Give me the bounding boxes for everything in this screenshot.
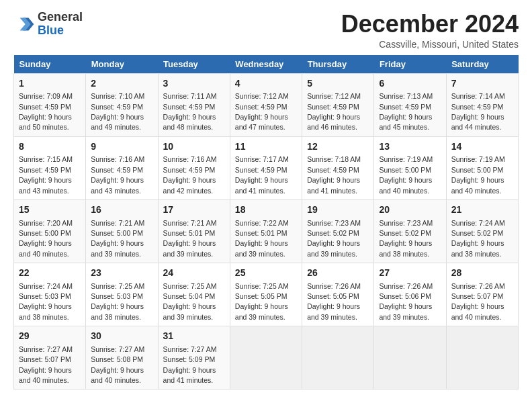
calendar-cell: 3Sunrise: 7:11 AMSunset: 4:59 PMDaylight… bbox=[158, 73, 230, 136]
calendar-cell bbox=[230, 326, 302, 390]
calendar-title: December 2024 bbox=[341, 11, 519, 38]
day-number: 19 bbox=[307, 203, 369, 217]
day-detail: Sunrise: 7:09 AMSunset: 4:59 PMDaylight:… bbox=[19, 92, 73, 131]
calendar-week-3: 15Sunrise: 7:20 AMSunset: 5:00 PMDayligh… bbox=[14, 199, 519, 263]
day-number: 9 bbox=[91, 140, 152, 154]
day-detail: Sunrise: 7:12 AMSunset: 4:59 PMDaylight:… bbox=[235, 92, 289, 131]
day-number: 4 bbox=[235, 77, 297, 91]
day-detail: Sunrise: 7:25 AMSunset: 5:05 PMDaylight:… bbox=[235, 282, 289, 321]
calendar-cell: 5Sunrise: 7:12 AMSunset: 4:59 PMDaylight… bbox=[302, 73, 374, 136]
calendar-cell: 4Sunrise: 7:12 AMSunset: 4:59 PMDaylight… bbox=[230, 73, 302, 136]
calendar-cell: 24Sunrise: 7:25 AMSunset: 5:04 PMDayligh… bbox=[158, 263, 230, 326]
day-detail: Sunrise: 7:26 AMSunset: 5:05 PMDaylight:… bbox=[307, 282, 361, 321]
day-detail: Sunrise: 7:10 AMSunset: 4:59 PMDaylight:… bbox=[91, 92, 144, 131]
calendar-cell: 31Sunrise: 7:27 AMSunset: 5:09 PMDayligh… bbox=[158, 326, 230, 390]
day-number: 29 bbox=[19, 330, 81, 343]
day-number: 27 bbox=[379, 267, 441, 280]
day-detail: Sunrise: 7:12 AMSunset: 4:59 PMDaylight:… bbox=[307, 92, 361, 131]
day-detail: Sunrise: 7:19 AMSunset: 5:00 PMDaylight:… bbox=[451, 155, 505, 194]
day-detail: Sunrise: 7:27 AMSunset: 5:09 PMDaylight:… bbox=[163, 345, 217, 384]
day-detail: Sunrise: 7:11 AMSunset: 4:59 PMDaylight:… bbox=[163, 92, 217, 131]
day-number: 22 bbox=[19, 267, 81, 280]
header-cell-thursday: Thursday bbox=[302, 55, 374, 74]
day-detail: Sunrise: 7:24 AMSunset: 5:02 PMDaylight:… bbox=[451, 219, 505, 258]
logo-icon bbox=[13, 13, 35, 35]
day-number: 14 bbox=[451, 140, 513, 154]
calendar-cell: 16Sunrise: 7:21 AMSunset: 5:00 PMDayligh… bbox=[86, 199, 158, 263]
calendar-cell bbox=[374, 326, 446, 390]
calendar-cell: 19Sunrise: 7:23 AMSunset: 5:02 PMDayligh… bbox=[302, 199, 374, 263]
calendar-cell: 21Sunrise: 7:24 AMSunset: 5:02 PMDayligh… bbox=[446, 199, 518, 263]
day-detail: Sunrise: 7:25 AMSunset: 5:04 PMDaylight:… bbox=[163, 282, 217, 321]
calendar-cell bbox=[446, 326, 518, 390]
day-detail: Sunrise: 7:23 AMSunset: 5:02 PMDaylight:… bbox=[379, 219, 433, 258]
day-number: 3 bbox=[163, 77, 225, 91]
day-number: 12 bbox=[307, 140, 369, 154]
day-detail: Sunrise: 7:25 AMSunset: 5:03 PMDaylight:… bbox=[91, 282, 144, 321]
day-number: 15 bbox=[19, 203, 81, 217]
day-detail: Sunrise: 7:20 AMSunset: 5:00 PMDaylight:… bbox=[19, 219, 73, 258]
calendar-cell: 28Sunrise: 7:26 AMSunset: 5:07 PMDayligh… bbox=[446, 263, 518, 326]
calendar-cell: 10Sunrise: 7:16 AMSunset: 4:59 PMDayligh… bbox=[158, 136, 230, 199]
calendar-cell: 26Sunrise: 7:26 AMSunset: 5:05 PMDayligh… bbox=[302, 263, 374, 326]
header-cell-saturday: Saturday bbox=[446, 55, 518, 74]
day-number: 20 bbox=[379, 203, 441, 217]
calendar-cell: 20Sunrise: 7:23 AMSunset: 5:02 PMDayligh… bbox=[374, 199, 446, 263]
day-number: 24 bbox=[163, 267, 225, 280]
day-detail: Sunrise: 7:16 AMSunset: 4:59 PMDaylight:… bbox=[163, 155, 217, 194]
calendar-cell: 27Sunrise: 7:26 AMSunset: 5:06 PMDayligh… bbox=[374, 263, 446, 326]
day-detail: Sunrise: 7:23 AMSunset: 5:02 PMDaylight:… bbox=[307, 219, 361, 258]
day-detail: Sunrise: 7:26 AMSunset: 5:06 PMDaylight:… bbox=[379, 282, 433, 321]
day-detail: Sunrise: 7:21 AMSunset: 5:00 PMDaylight:… bbox=[91, 219, 144, 258]
calendar-week-4: 22Sunrise: 7:24 AMSunset: 5:03 PMDayligh… bbox=[14, 263, 519, 326]
day-number: 31 bbox=[163, 330, 225, 343]
calendar-week-2: 8Sunrise: 7:15 AMSunset: 4:59 PMDaylight… bbox=[14, 136, 519, 199]
title-area: December 2024 Cassville, Missouri, Unite… bbox=[341, 11, 519, 50]
header-cell-friday: Friday bbox=[374, 55, 446, 74]
day-number: 5 bbox=[307, 77, 369, 91]
day-number: 26 bbox=[307, 267, 369, 280]
day-number: 18 bbox=[235, 203, 297, 217]
calendar-subtitle: Cassville, Missouri, United States bbox=[341, 39, 519, 50]
day-number: 10 bbox=[163, 140, 225, 154]
logo-text: General Blue bbox=[38, 11, 83, 38]
calendar-cell: 14Sunrise: 7:19 AMSunset: 5:00 PMDayligh… bbox=[446, 136, 518, 199]
day-number: 25 bbox=[235, 267, 297, 280]
calendar-week-1: 1Sunrise: 7:09 AMSunset: 4:59 PMDaylight… bbox=[14, 73, 519, 136]
day-number: 28 bbox=[451, 267, 513, 280]
day-detail: Sunrise: 7:27 AMSunset: 5:07 PMDaylight:… bbox=[19, 345, 73, 384]
day-number: 8 bbox=[19, 140, 81, 154]
header-cell-monday: Monday bbox=[86, 55, 158, 74]
calendar-cell: 25Sunrise: 7:25 AMSunset: 5:05 PMDayligh… bbox=[230, 263, 302, 326]
day-number: 7 bbox=[451, 77, 513, 91]
calendar-table: SundayMondayTuesdayWednesdayThursdayFrid… bbox=[13, 55, 519, 390]
calendar-cell: 11Sunrise: 7:17 AMSunset: 4:59 PMDayligh… bbox=[230, 136, 302, 199]
calendar-cell: 8Sunrise: 7:15 AMSunset: 4:59 PMDaylight… bbox=[14, 136, 86, 199]
header-cell-sunday: Sunday bbox=[14, 55, 86, 74]
day-number: 1 bbox=[19, 77, 81, 91]
calendar-cell: 6Sunrise: 7:13 AMSunset: 4:59 PMDaylight… bbox=[374, 73, 446, 136]
day-number: 6 bbox=[379, 77, 441, 91]
calendar-cell: 12Sunrise: 7:18 AMSunset: 4:59 PMDayligh… bbox=[302, 136, 374, 199]
calendar-cell: 7Sunrise: 7:14 AMSunset: 4:59 PMDaylight… bbox=[446, 73, 518, 136]
calendar-cell: 18Sunrise: 7:22 AMSunset: 5:01 PMDayligh… bbox=[230, 199, 302, 263]
day-detail: Sunrise: 7:19 AMSunset: 5:00 PMDaylight:… bbox=[379, 155, 433, 194]
calendar-cell: 13Sunrise: 7:19 AMSunset: 5:00 PMDayligh… bbox=[374, 136, 446, 199]
day-detail: Sunrise: 7:16 AMSunset: 4:59 PMDaylight:… bbox=[91, 155, 144, 194]
day-number: 11 bbox=[235, 140, 297, 154]
day-number: 16 bbox=[91, 203, 152, 217]
calendar-cell: 15Sunrise: 7:20 AMSunset: 5:00 PMDayligh… bbox=[14, 199, 86, 263]
calendar-cell: 17Sunrise: 7:21 AMSunset: 5:01 PMDayligh… bbox=[158, 199, 230, 263]
day-number: 13 bbox=[379, 140, 441, 154]
calendar-cell: 30Sunrise: 7:27 AMSunset: 5:08 PMDayligh… bbox=[86, 326, 158, 390]
day-detail: Sunrise: 7:13 AMSunset: 4:59 PMDaylight:… bbox=[379, 92, 433, 131]
calendar-cell: 23Sunrise: 7:25 AMSunset: 5:03 PMDayligh… bbox=[86, 263, 158, 326]
calendar-cell: 2Sunrise: 7:10 AMSunset: 4:59 PMDaylight… bbox=[86, 73, 158, 136]
day-detail: Sunrise: 7:24 AMSunset: 5:03 PMDaylight:… bbox=[19, 282, 73, 321]
header-cell-tuesday: Tuesday bbox=[158, 55, 230, 74]
logo: General Blue bbox=[13, 11, 83, 38]
day-detail: Sunrise: 7:14 AMSunset: 4:59 PMDaylight:… bbox=[451, 92, 505, 131]
day-detail: Sunrise: 7:26 AMSunset: 5:07 PMDaylight:… bbox=[451, 282, 505, 321]
day-number: 23 bbox=[91, 267, 152, 280]
day-number: 30 bbox=[91, 330, 152, 343]
